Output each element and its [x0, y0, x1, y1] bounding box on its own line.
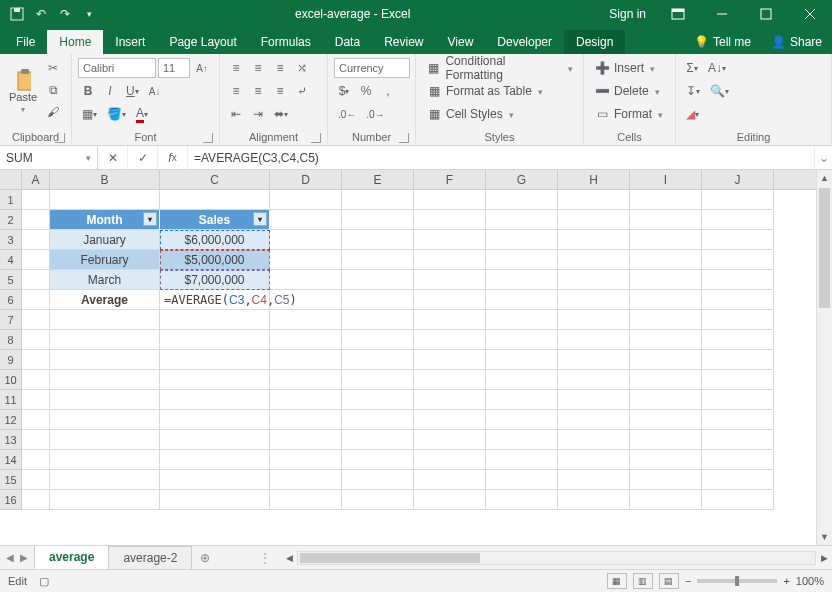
row-header-1[interactable]: 1: [0, 190, 21, 210]
cell-E15[interactable]: [342, 470, 414, 490]
orientation-icon[interactable]: ⤭: [292, 58, 312, 78]
autosum-icon[interactable]: Σ▾: [682, 58, 702, 78]
cell-A4[interactable]: [22, 250, 50, 270]
undo-icon[interactable]: ↶: [30, 3, 52, 25]
cell-F6[interactable]: [414, 290, 486, 310]
cell-G8[interactable]: [486, 330, 558, 350]
cell-I12[interactable]: [630, 410, 702, 430]
cell-H8[interactable]: [558, 330, 630, 350]
cell-A15[interactable]: [22, 470, 50, 490]
scroll-left-icon[interactable]: ◀: [281, 550, 297, 566]
cell-E4[interactable]: [342, 250, 414, 270]
cell-F14[interactable]: [414, 450, 486, 470]
scroll-down-icon[interactable]: ▼: [817, 529, 832, 545]
cell-E13[interactable]: [342, 430, 414, 450]
cell-H15[interactable]: [558, 470, 630, 490]
cell-I4[interactable]: [630, 250, 702, 270]
cell-E5[interactable]: [342, 270, 414, 290]
scroll-right-icon[interactable]: ▶: [816, 550, 832, 566]
cell-styles-button[interactable]: ▦Cell Styles: [422, 104, 577, 124]
row-header-10[interactable]: 10: [0, 370, 21, 390]
delete-cells-button[interactable]: ➖Delete: [590, 81, 669, 101]
increase-indent-icon[interactable]: ⇥: [248, 104, 268, 124]
cell-G6[interactable]: [486, 290, 558, 310]
decrease-font-icon[interactable]: A↓: [145, 81, 165, 101]
align-top-icon[interactable]: ≡: [226, 58, 246, 78]
cell-F10[interactable]: [414, 370, 486, 390]
cell-I1[interactable]: [630, 190, 702, 210]
cell-A12[interactable]: [22, 410, 50, 430]
cell-B1[interactable]: [50, 190, 160, 210]
cell-E11[interactable]: [342, 390, 414, 410]
cell-G11[interactable]: [486, 390, 558, 410]
cell-B10[interactable]: [50, 370, 160, 390]
cell-B5[interactable]: March: [50, 270, 160, 290]
share-button[interactable]: 👤Share: [761, 30, 832, 54]
comma-format-icon[interactable]: ,: [378, 81, 398, 101]
tab-developer[interactable]: Developer: [485, 30, 564, 54]
tab-formulas[interactable]: Formulas: [249, 30, 323, 54]
cell-A6[interactable]: [22, 290, 50, 310]
cell-F12[interactable]: [414, 410, 486, 430]
row-header-11[interactable]: 11: [0, 390, 21, 410]
qat-customize-icon[interactable]: ▾: [78, 3, 100, 25]
cell-D4[interactable]: [270, 250, 342, 270]
cell-D3[interactable]: [270, 230, 342, 250]
cell-D2[interactable]: [270, 210, 342, 230]
page-layout-view-icon[interactable]: ▥: [633, 573, 653, 589]
cell-A10[interactable]: [22, 370, 50, 390]
cell-H10[interactable]: [558, 370, 630, 390]
tab-view[interactable]: View: [436, 30, 486, 54]
conditional-formatting-button[interactable]: ▦Conditional Formatting: [422, 58, 577, 78]
enter-formula-icon[interactable]: ✓: [128, 146, 158, 169]
cut-button[interactable]: ✂: [43, 58, 63, 78]
cell-E8[interactable]: [342, 330, 414, 350]
cell-F7[interactable]: [414, 310, 486, 330]
sheet-nav[interactable]: ◀▶: [0, 546, 34, 569]
cell-J3[interactable]: [702, 230, 774, 250]
sign-in-link[interactable]: Sign in: [599, 7, 656, 21]
find-select-icon[interactable]: 🔍▾: [706, 81, 733, 101]
tab-file[interactable]: File: [4, 30, 47, 54]
cell-H11[interactable]: [558, 390, 630, 410]
select-all-button[interactable]: [0, 170, 22, 190]
cell-E2[interactable]: [342, 210, 414, 230]
align-bottom-icon[interactable]: ≡: [270, 58, 290, 78]
cell-H1[interactable]: [558, 190, 630, 210]
cell-D6[interactable]: [270, 290, 342, 310]
row-header-8[interactable]: 8: [0, 330, 21, 350]
cell-B14[interactable]: [50, 450, 160, 470]
cell-C11[interactable]: [160, 390, 270, 410]
column-header-C[interactable]: C: [160, 170, 270, 189]
cell-B15[interactable]: [50, 470, 160, 490]
cell-B4[interactable]: February: [50, 250, 160, 270]
cell-G2[interactable]: [486, 210, 558, 230]
cell-I2[interactable]: [630, 210, 702, 230]
zoom-in-icon[interactable]: +: [783, 575, 789, 587]
row-header-7[interactable]: 7: [0, 310, 21, 330]
cell-F16[interactable]: [414, 490, 486, 510]
zoom-slider[interactable]: [697, 579, 777, 583]
cell-E7[interactable]: [342, 310, 414, 330]
cell-C3[interactable]: $6,000,000: [160, 230, 270, 250]
cell-J12[interactable]: [702, 410, 774, 430]
cell-C5[interactable]: $7,000,000: [160, 270, 270, 290]
cell-B6[interactable]: Average: [50, 290, 160, 310]
format-as-table-button[interactable]: ▦Format as Table: [422, 81, 577, 101]
increase-decimal-icon[interactable]: .0←: [334, 104, 360, 124]
cell-D13[interactable]: [270, 430, 342, 450]
cell-J10[interactable]: [702, 370, 774, 390]
increase-font-icon[interactable]: A↑: [192, 58, 212, 78]
cell-C10[interactable]: [160, 370, 270, 390]
cell-D11[interactable]: [270, 390, 342, 410]
cell-C15[interactable]: [160, 470, 270, 490]
cell-F15[interactable]: [414, 470, 486, 490]
cell-B12[interactable]: [50, 410, 160, 430]
cell-C1[interactable]: [160, 190, 270, 210]
column-header-J[interactable]: J: [702, 170, 774, 189]
tab-home[interactable]: Home: [47, 30, 103, 54]
save-icon[interactable]: [6, 3, 28, 25]
sheet-tab-average[interactable]: average: [34, 545, 109, 569]
hscroll-thumb[interactable]: [300, 553, 480, 563]
cell-D15[interactable]: [270, 470, 342, 490]
